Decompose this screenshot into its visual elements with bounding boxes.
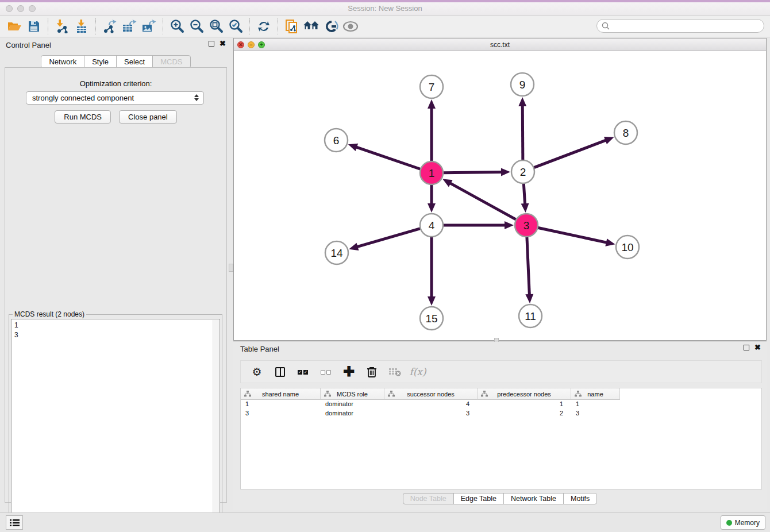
zoom-in-icon [170,19,184,34]
zoom-in-button[interactable] [167,18,187,35]
run-mcds-button[interactable]: Run MCDS [55,110,111,124]
column-header-label: name [587,391,603,398]
tab-edge-table[interactable]: Edge Table [453,493,504,504]
cell-successor-nodes[interactable]: 3 [384,409,478,418]
edge-1-2[interactable] [443,172,503,172]
window-title: Session: New Session [0,4,770,13]
export-network-button[interactable] [100,18,120,35]
cell-predecessor-nodes[interactable]: 2 [478,409,571,418]
save-session-button[interactable] [24,18,44,35]
cell-name[interactable]: 1 [571,400,620,409]
search-input[interactable] [596,19,764,33]
column-header-label: predecessor nodes [497,391,551,398]
plus-icon: ✚ [343,366,355,377]
unselect-all-columns-button[interactable] [315,363,336,381]
cell-shared-name[interactable]: 1 [241,400,321,409]
status-bar: Memory [0,512,770,532]
edge-2-3[interactable] [523,183,525,205]
show-hide-graphics-button[interactable] [341,18,360,35]
mcds-result-textarea[interactable]: 1 3 [11,319,220,530]
optimization-criterion-label: Optimization criterion: [5,79,226,88]
export-image-icon [141,20,156,33]
cell-shared-name[interactable]: 3 [241,409,321,418]
import-table-icon [75,20,88,33]
tab-node-table[interactable]: Node Table [403,493,454,504]
cell-successor-nodes[interactable]: 4 [384,400,478,409]
refresh-layout-button[interactable] [254,18,274,35]
delete-table-button[interactable] [384,363,405,381]
control-panel-tabs: NetworkStyleSelectMCDS [0,55,232,68]
select-all-columns-button[interactable] [292,363,313,381]
graph-node-label-7: 7 [429,81,435,93]
tab-motifs[interactable]: Motifs [563,493,597,504]
network-canvas[interactable]: 7968124314101511 [234,51,766,340]
edge-1-6[interactable] [355,147,421,169]
cell-MCDS-role[interactable]: dominator [321,409,384,418]
vertical-splitter-grip[interactable] [229,264,233,272]
float-panel-icon[interactable] [209,41,214,47]
trash-icon [367,366,377,377]
column-header-predecessor-nodes[interactable]: predecessor nodes [478,388,571,400]
delete-column-button[interactable] [361,363,382,381]
close-panel-icon[interactable]: ✖ [754,345,761,350]
tab-mcds[interactable]: MCDS [152,55,190,68]
export-network-icon [102,20,117,33]
import-network-button[interactable] [52,18,72,35]
new-network-from-selection-button[interactable] [282,18,302,35]
zoom-out-icon [189,19,204,34]
float-panel-icon[interactable] [744,345,749,350]
memory-button[interactable]: Memory [721,515,765,530]
node-table[interactable]: shared nameMCDS rolesuccessor nodesprede… [240,388,762,489]
edge-3-1[interactable] [449,183,517,219]
cell-predecessor-nodes[interactable]: 1 [478,400,571,409]
result-scrollbar[interactable] [213,320,219,529]
zoom-selected-button[interactable] [226,18,245,35]
toolbar-separator [48,18,48,34]
task-history-button[interactable] [6,515,23,530]
edge-arrowhead [501,168,510,176]
import-network-icon [55,20,70,33]
tab-network[interactable]: Network [41,55,84,68]
network-graph-svg[interactable]: 7968124314101511 [234,51,766,340]
table-row[interactable]: 1dominator411 [241,400,761,409]
edge-2-8[interactable] [534,140,607,167]
column-header-MCDS-role[interactable]: MCDS role [321,388,384,400]
network-window-titlebar[interactable]: ✕ − + scc.txt [234,38,766,51]
column-header-successor-nodes[interactable]: successor nodes [384,388,478,400]
table-settings-button[interactable]: ⚙ [247,363,267,381]
column-header-name[interactable]: name [571,388,620,400]
save-disk-icon [28,20,40,33]
open-session-button[interactable] [5,18,24,35]
tab-select[interactable]: Select [116,55,153,68]
ontology-g-icon [324,20,338,33]
edge-3-10[interactable] [538,228,608,242]
column-header-shared-name[interactable]: shared name [241,388,321,400]
cell-name[interactable]: 3 [571,409,620,418]
show-column-panel-button[interactable] [270,363,290,381]
tab-network-table[interactable]: Network Table [503,493,564,504]
cell-MCDS-role[interactable]: dominator [321,400,384,409]
table-body: 1dominator4113dominator323 [241,400,761,418]
close-panel-button[interactable]: Close panel [119,110,177,124]
tab-style[interactable]: Style [84,55,117,68]
edge-4-14[interactable] [356,229,421,248]
zoom-out-button[interactable] [187,18,206,35]
criterion-select[interactable]: strongly connected component [26,91,204,105]
home-icon [303,20,320,33]
table-row[interactable]: 3dominator323 [241,409,761,418]
home-layout-button[interactable] [302,18,321,35]
import-table-button[interactable] [72,18,91,35]
edge-3-11[interactable] [527,237,530,296]
export-table-icon [122,20,137,33]
close-panel-icon[interactable]: ✖ [220,41,226,47]
export-image-button[interactable] [139,18,159,35]
graph-node-label-6: 6 [333,134,340,147]
function-builder-button[interactable]: f(x) [407,363,428,381]
ontology-button[interactable] [321,18,341,35]
export-table-button[interactable] [120,18,139,35]
zoom-fit-button[interactable] [206,18,226,35]
add-column-button[interactable]: ✚ [338,363,359,381]
table-toolbar: ⚙ ✚ f(x) [240,360,762,383]
control-panel-window-buttons: ✖ [209,41,226,47]
edge-2-9[interactable] [522,105,523,160]
